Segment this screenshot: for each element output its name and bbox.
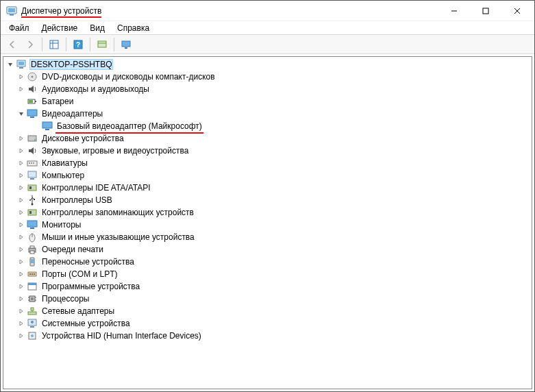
svg-point-53 <box>29 273 31 275</box>
hid-icon <box>27 330 38 341</box>
svg-rect-44 <box>30 228 34 229</box>
svg-rect-25 <box>30 117 34 118</box>
svg-rect-14 <box>122 41 130 47</box>
svg-rect-27 <box>45 129 49 130</box>
tree-category[interactable]: Контроллеры запоминающих устройств <box>3 206 532 219</box>
expand-icon[interactable] <box>16 84 27 95</box>
toolbar-separator <box>90 38 90 51</box>
menu-help[interactable]: Справка <box>112 23 155 34</box>
tree-category[interactable]: Звуковые, игровые и видеоустройства <box>3 145 532 157</box>
network-icon <box>27 306 38 317</box>
expand-icon[interactable] <box>16 232 27 243</box>
svg-rect-39 <box>34 199 35 200</box>
tree-category-label: Процессоры <box>40 294 91 304</box>
monitor-icon <box>42 121 53 132</box>
expand-icon[interactable] <box>16 269 27 280</box>
forward-button[interactable] <box>22 37 38 52</box>
tree-category[interactable]: DVD-дисководы и дисководы компакт-дисков <box>3 71 532 83</box>
help-button[interactable]: ? <box>70 37 86 52</box>
tree-category[interactable]: Мониторы <box>3 219 532 231</box>
svg-rect-18 <box>19 67 23 69</box>
tree-category-label: Мониторы <box>40 220 82 230</box>
scan-button[interactable] <box>94 37 110 52</box>
tree-root-label: DESKTOP-PSSHTBQ <box>29 59 113 70</box>
back-button[interactable] <box>4 37 21 52</box>
expand-icon[interactable] <box>16 306 27 317</box>
expand-icon[interactable] <box>16 133 27 144</box>
maximize-button[interactable] <box>470 1 501 21</box>
tree-category[interactable]: Видеоадаптеры <box>3 108 532 120</box>
tree-category[interactable]: Сетевые адаптеры <box>3 305 532 317</box>
expand-icon[interactable] <box>16 170 27 181</box>
tree-category-label: Мыши и иные указывающие устройства <box>40 232 196 242</box>
audio-icon <box>27 84 38 95</box>
tree-category[interactable]: Порты (COM и LPT) <box>3 268 532 280</box>
show-hide-tree-button[interactable] <box>46 37 62 52</box>
tree-category[interactable]: Батареи <box>3 95 532 108</box>
collapse-icon[interactable] <box>5 59 16 70</box>
expand-icon[interactable] <box>16 207 27 218</box>
svg-rect-51 <box>31 259 34 263</box>
tree-category[interactable]: Дисковые устройства <box>3 132 532 145</box>
expand-icon[interactable] <box>16 293 27 304</box>
tree-device[interactable]: Базовый видеоадаптер (Майкрософт) <box>3 120 532 132</box>
expand-icon[interactable] <box>16 256 27 267</box>
svg-rect-59 <box>31 297 34 300</box>
expand-icon[interactable] <box>16 182 27 193</box>
expand-icon[interactable] <box>16 195 27 206</box>
titlebar: Диспетчер устройств <box>1 1 534 21</box>
tree-category[interactable]: Аудиовходы и аудиовыходы <box>3 83 532 95</box>
computer-icon <box>27 170 38 181</box>
expand-icon[interactable] <box>16 281 27 292</box>
expand-icon[interactable] <box>16 145 27 156</box>
tree-category[interactable]: Контроллеры IDE ATA/ATAPI <box>3 182 532 194</box>
toolbar-separator <box>114 38 114 51</box>
tree-category[interactable]: Системные устройства <box>3 317 532 330</box>
menu-view[interactable]: Вид <box>84 23 110 34</box>
tree-category[interactable]: Процессоры <box>3 293 532 305</box>
svg-rect-15 <box>125 47 127 49</box>
system-icon <box>27 318 38 329</box>
expand-icon[interactable] <box>16 158 27 169</box>
close-button[interactable] <box>501 1 533 21</box>
expand-icon[interactable] <box>16 330 27 341</box>
minimize-button[interactable] <box>438 1 470 21</box>
collapse-icon[interactable] <box>16 108 27 119</box>
tree-category[interactable]: Устройства HID (Human Interface Devices) <box>3 330 532 342</box>
tree-category[interactable]: Клавиатуры <box>3 157 532 169</box>
tree-category[interactable]: Очереди печати <box>3 243 532 256</box>
battery-icon <box>27 96 38 107</box>
svg-point-20 <box>32 76 34 78</box>
monitor-icon <box>27 108 38 119</box>
tree-category[interactable]: Компьютер <box>3 169 532 182</box>
drive-icon <box>27 133 38 144</box>
controller-icon <box>27 182 38 193</box>
svg-point-71 <box>31 334 34 337</box>
audio-icon <box>27 145 38 156</box>
svg-point-29 <box>34 139 36 140</box>
svg-rect-24 <box>27 110 37 116</box>
expand-icon[interactable] <box>16 71 27 82</box>
menu-file[interactable]: Файл <box>3 23 35 34</box>
port-icon <box>27 269 38 280</box>
monitor-icon <box>27 219 38 230</box>
expand-icon[interactable] <box>16 219 27 230</box>
tree-category-label: Аудиовходы и аудиовыходы <box>40 84 151 94</box>
tree-category[interactable]: Программные устройства <box>3 280 532 293</box>
tree-category[interactable]: Мыши и иные указывающие устройства <box>3 231 532 243</box>
tree-category[interactable]: Переносные устройства <box>3 256 532 268</box>
expand-icon[interactable] <box>16 244 27 255</box>
menubar: Файл Действие Вид Справка <box>1 21 534 35</box>
tree-category[interactable]: Контроллеры USB <box>3 194 532 206</box>
expand-icon[interactable] <box>16 318 27 329</box>
menu-action[interactable]: Действие <box>36 23 84 34</box>
tree-category-label: Переносные устройства <box>40 257 136 267</box>
svg-rect-36 <box>28 185 36 191</box>
svg-rect-17 <box>18 62 24 65</box>
app-icon <box>6 5 17 16</box>
svg-point-40 <box>29 199 31 201</box>
device-tree[interactable]: DESKTOP-PSSHTBQ DVD-дисководы и дисковод… <box>3 56 532 389</box>
monitor-button[interactable] <box>118 37 134 52</box>
printer-icon <box>27 244 38 255</box>
tree-root[interactable]: DESKTOP-PSSHTBQ <box>3 58 532 71</box>
